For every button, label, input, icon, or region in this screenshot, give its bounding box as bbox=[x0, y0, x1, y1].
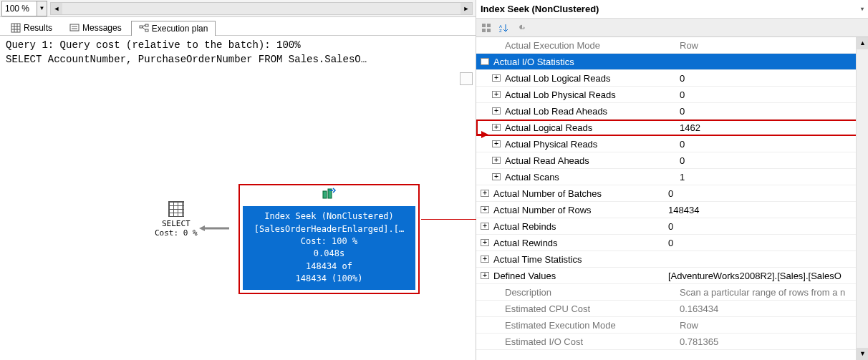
select-label: SELECT bbox=[162, 219, 191, 228]
scroll-up-icon[interactable]: ▲ bbox=[857, 37, 868, 49]
property-value: 0 bbox=[662, 221, 868, 232]
svg-marker-14 bbox=[199, 225, 205, 231]
properties-grid[interactable]: Actual Execution ModeRow−Actual I/O Stat… bbox=[476, 37, 868, 360]
expand-icon[interactable]: + bbox=[481, 206, 489, 213]
expand-icon[interactable]: + bbox=[492, 91, 501, 98]
property-name: Actual Rebinds bbox=[492, 221, 662, 232]
property-name: Defined Values bbox=[492, 271, 662, 281]
query-header: Query 1: Query cost (relative to the bat… bbox=[0, 36, 476, 69]
property-name: Actual Number of Rows bbox=[492, 205, 662, 215]
horizontal-scrollbar[interactable]: ◄ ► bbox=[50, 2, 473, 15]
property-value: 1 bbox=[674, 172, 868, 183]
scroll-right-icon[interactable]: ► bbox=[460, 3, 472, 14]
tab-messages[interactable]: Messages bbox=[62, 20, 130, 35]
property-value: 0 bbox=[674, 139, 868, 150]
expand-icon[interactable]: + bbox=[481, 239, 489, 246]
svg-rect-20 bbox=[482, 29, 486, 32]
properties-title: Index Seek (NonClustered) bbox=[481, 4, 599, 14]
property-value: Scan a particular range of rows from a n bbox=[674, 287, 868, 298]
property-name: Actual Time Statistics bbox=[492, 254, 662, 265]
property-row[interactable]: +Actual Rewinds0 bbox=[476, 235, 868, 251]
expand-icon[interactable]: + bbox=[492, 74, 501, 82]
tab-results[interactable]: Results bbox=[3, 20, 60, 35]
property-row[interactable]: +Actual Logical Reads1462 bbox=[476, 120, 868, 136]
query-cost-line: Query 1: Query cost (relative to the bat… bbox=[6, 39, 470, 53]
flow-arrow-icon bbox=[199, 223, 229, 229]
vertical-scrollbar[interactable]: ▲ ▼ bbox=[856, 37, 868, 360]
property-row[interactable]: +Actual Time Statistics bbox=[476, 251, 868, 268]
plan-canvas[interactable]: SELECT Cost: 0 % Index Seek (NonClustere… bbox=[0, 69, 476, 360]
expand-icon[interactable]: + bbox=[492, 173, 501, 180]
property-row[interactable]: DescriptionScan a particular range of ro… bbox=[476, 284, 868, 301]
property-row[interactable]: +Actual Lob Logical Reads0 bbox=[476, 70, 868, 87]
messages-icon bbox=[69, 23, 79, 33]
property-row[interactable]: Estimated CPU Cost0.163434 bbox=[476, 301, 868, 317]
property-row[interactable]: +Actual Scans1 bbox=[476, 169, 868, 185]
seek-time: 0.048s bbox=[246, 248, 413, 260]
zoom-dropdown-icon[interactable]: ▼ bbox=[37, 1, 47, 16]
property-name: Estimated I/O Cost bbox=[503, 336, 674, 347]
expand-icon[interactable]: + bbox=[492, 124, 501, 131]
scroll-left-icon[interactable]: ◄ bbox=[51, 3, 62, 14]
select-grid-icon bbox=[168, 201, 184, 217]
property-row[interactable]: Actual Execution ModeRow bbox=[476, 37, 868, 54]
svg-rect-15 bbox=[323, 191, 327, 198]
property-name: Actual Physical Reads bbox=[503, 139, 674, 150]
seek-cost: Cost: 100 % bbox=[246, 235, 413, 248]
annotation-arrow bbox=[421, 219, 476, 220]
property-value: [AdventureWorks2008R2].[Sales].[SalesO bbox=[662, 271, 868, 281]
expand-icon[interactable]: + bbox=[492, 157, 501, 164]
seek-rows-total: 148434 (100%) bbox=[246, 273, 413, 285]
index-seek-operator[interactable]: Index Seek (NonClustered) [SalesOrderHea… bbox=[238, 184, 420, 293]
property-name: Actual Lob Logical Reads bbox=[503, 73, 674, 84]
query-sql-line: SELECT AccountNumber, PurchaseOrderNumbe… bbox=[6, 53, 470, 67]
tab-execution-plan[interactable]: Execution plan bbox=[131, 21, 216, 36]
property-row[interactable]: +Actual Number of Batches0 bbox=[476, 185, 868, 202]
select-operator[interactable]: SELECT Cost: 0 % bbox=[155, 201, 198, 238]
properties-title-bar: Index Seek (NonClustered) ▾ bbox=[476, 0, 868, 19]
tab-results-label: Results bbox=[24, 23, 52, 33]
property-row[interactable]: +Actual Physical Reads0 bbox=[476, 136, 868, 152]
zoom-toolbar: ▼ ◄ ► bbox=[0, 0, 476, 17]
expand-icon[interactable]: + bbox=[481, 223, 489, 230]
svg-rect-0 bbox=[11, 24, 20, 32]
alphabetical-button[interactable]: AZ bbox=[496, 21, 511, 35]
collapse-icon[interactable]: − bbox=[481, 58, 489, 65]
property-value: 148434 bbox=[662, 205, 868, 215]
property-name: Actual Read Aheads bbox=[503, 155, 674, 166]
scroll-down-icon[interactable]: ▼ bbox=[857, 348, 868, 360]
expand-icon[interactable]: + bbox=[481, 272, 489, 279]
property-value: 1462 bbox=[674, 122, 868, 133]
property-row[interactable]: Estimated I/O Cost0.781365 bbox=[476, 334, 868, 350]
expand-icon[interactable]: + bbox=[492, 107, 501, 115]
property-name: Description bbox=[503, 287, 674, 298]
property-row[interactable]: +Defined Values[AdventureWorks2008R2].[S… bbox=[476, 268, 868, 284]
zoom-input[interactable] bbox=[2, 3, 37, 14]
property-value: 0 bbox=[674, 155, 868, 166]
svg-rect-9 bbox=[145, 24, 148, 26]
property-row[interactable]: +Actual Read Aheads0 bbox=[476, 152, 868, 169]
property-row[interactable]: Estimated Execution ModeRow bbox=[476, 317, 868, 334]
expand-icon[interactable]: + bbox=[481, 256, 489, 263]
properties-dropdown-icon[interactable]: ▾ bbox=[861, 6, 864, 12]
property-row[interactable]: +Actual Rebinds0 bbox=[476, 218, 868, 235]
select-cost: Cost: 0 % bbox=[155, 228, 198, 238]
property-name: Actual Lob Read Aheads bbox=[503, 106, 674, 117]
property-row[interactable]: +Actual Lob Read Aheads0 bbox=[476, 103, 868, 120]
expand-icon[interactable]: + bbox=[492, 140, 501, 147]
property-name: Actual I/O Statistics bbox=[492, 57, 868, 67]
property-value: Row bbox=[674, 320, 868, 331]
grid-icon bbox=[11, 23, 21, 33]
execution-plan-pane: ▼ ◄ ► Results Messages bbox=[0, 0, 476, 360]
property-name: Actual Logical Reads bbox=[503, 122, 674, 133]
zoom-combo[interactable]: ▼ bbox=[1, 1, 47, 16]
expand-icon[interactable]: + bbox=[481, 190, 489, 197]
property-value: 0 bbox=[674, 89, 868, 100]
property-row[interactable]: +Actual Lob Physical Reads0 bbox=[476, 87, 868, 103]
properties-wrench-icon[interactable] bbox=[513, 21, 528, 35]
categorized-button[interactable] bbox=[479, 21, 493, 35]
property-name: Actual Lob Physical Reads bbox=[503, 89, 674, 100]
svg-text:Z: Z bbox=[499, 29, 502, 33]
property-row[interactable]: −Actual I/O Statistics bbox=[476, 54, 868, 70]
property-row[interactable]: +Actual Number of Rows148434 bbox=[476, 202, 868, 218]
